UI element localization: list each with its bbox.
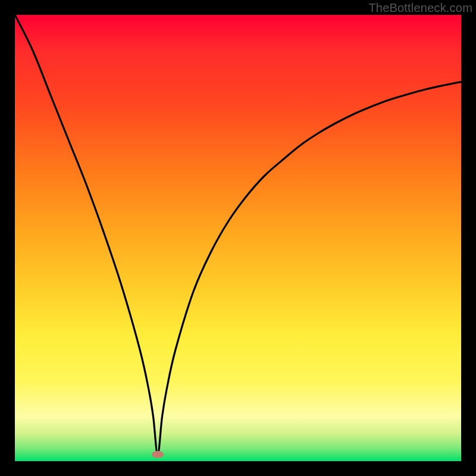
- bottleneck-curve: [15, 15, 461, 461]
- plot-area: [15, 15, 461, 461]
- svg-point-0: [152, 451, 164, 458]
- chart-frame: TheBottleneck.com: [0, 0, 476, 476]
- watermark-text: TheBottleneck.com: [368, 1, 472, 15]
